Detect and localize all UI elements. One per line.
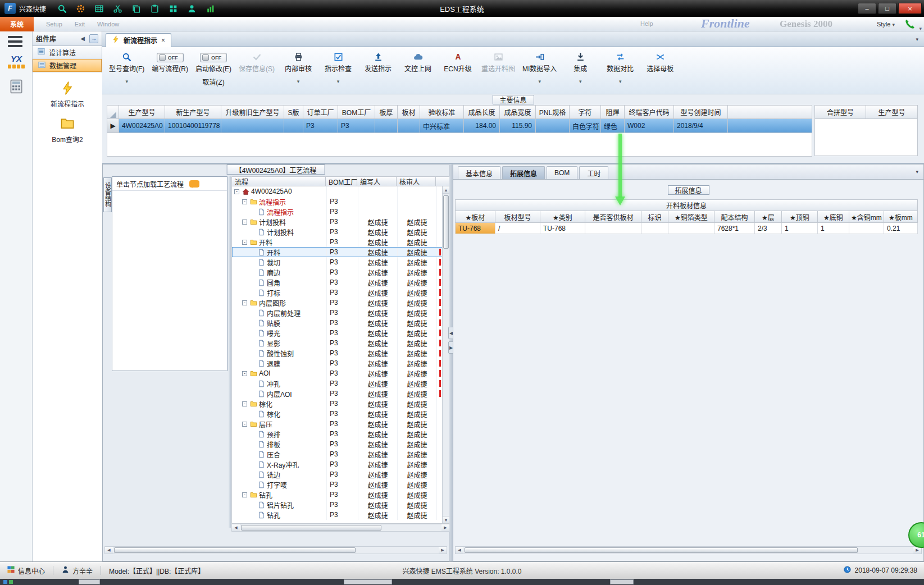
detail-column-header[interactable]: ★底铜 — [818, 211, 849, 223]
toolbar-button[interactable]: 内部审核 ▾ — [282, 51, 315, 84]
main-column-header[interactable]: 订单工厂 — [303, 105, 338, 119]
tab-device-structure[interactable]: 设备结构 — [103, 177, 112, 212]
detail-column-header[interactable]: 配本结构 — [714, 211, 755, 223]
tree-column-header[interactable]: BOM工厂 — [326, 176, 357, 186]
side-column-header[interactable]: 生产型号 — [866, 105, 918, 119]
main-column-header[interactable]: 成品宽度 — [500, 105, 536, 119]
toolbar-button[interactable]: 文控上网 — [402, 51, 434, 73]
toolbar-button[interactable]: 数据对比 ▾ — [604, 51, 636, 84]
tree-row[interactable]: 内层AOI P3 赵成捷 赵成捷 — [232, 389, 449, 399]
tree-collapse-icon[interactable]: - — [242, 199, 247, 204]
tree-row[interactable]: 流程指示 P3 — [232, 207, 449, 217]
dropdown-arrow-icon[interactable]: ▾ — [579, 79, 582, 84]
main-column-header[interactable]: 板厚 — [375, 105, 398, 119]
toolbar-button[interactable]: MI数据导入 ▾ — [522, 51, 557, 84]
tree-collapse-icon[interactable]: - — [234, 189, 239, 194]
toolbar-button[interactable]: 指示检查 ▾ — [322, 51, 354, 84]
sidebar-tool-新流程指示[interactable]: 新流程指示 — [33, 81, 102, 108]
tree-row-root[interactable]: - 4W002425A0 — [232, 186, 449, 196]
scroll-down-icon[interactable]: ▼ — [443, 516, 449, 523]
tree-row[interactable]: 排板 P3 赵成捷 赵成捷 — [232, 439, 449, 449]
gear-icon[interactable] — [74, 2, 87, 15]
chart-icon[interactable] — [203, 2, 217, 15]
tree-row[interactable]: -层压 P3 赵成捷 赵成捷 — [232, 419, 449, 429]
tabbar-dropdown-icon[interactable]: ▾ — [916, 36, 918, 42]
toolbar-toggle[interactable]: OFF 启动修改(E) 取消(Z) — [195, 51, 231, 86]
system-menu-tab[interactable]: 系统 — [0, 17, 34, 31]
tree-row[interactable]: 裁切 P3 赵成捷 赵成捷 — [232, 257, 449, 267]
inner-splitter[interactable] — [229, 176, 231, 528]
main-column-header[interactable]: 阻焊 — [601, 105, 625, 119]
main-column-header[interactable]: 升级前旧生产型号 — [221, 105, 284, 119]
detail-tab-工时[interactable]: 工时 — [579, 166, 608, 179]
sidebar-item-数据管理[interactable]: 数据管理 — [33, 59, 102, 72]
tree-row[interactable]: 酸性蚀刻 P3 赵成捷 赵成捷 — [232, 348, 449, 358]
user-icon[interactable] — [185, 2, 198, 15]
tree-column-header[interactable]: 编写人 — [357, 176, 397, 186]
detail-horizontal-scrollbar[interactable]: ◀ ▶ — [455, 546, 922, 554]
toolbar-button[interactable]: 发送指示 — [362, 51, 394, 73]
main-column-header[interactable]: BOM工厂 — [338, 105, 375, 119]
scroll-right-icon[interactable]: ▶ — [441, 524, 449, 531]
scrollbar-thumb[interactable] — [241, 525, 381, 531]
detail-column-header[interactable]: ★类别 — [540, 211, 585, 223]
tree-row[interactable]: 打标 P3 赵成捷 赵成捷 — [232, 287, 449, 298]
main-column-header[interactable]: S版 — [284, 105, 303, 119]
tree-row[interactable]: 贴膜 P3 赵成捷 赵成捷 — [232, 318, 449, 328]
tree-column-header[interactable]: 流程 — [231, 176, 326, 186]
toggle-switch[interactable]: OFF — [200, 53, 227, 62]
main-column-header[interactable]: PNL规格 — [536, 105, 570, 119]
detail-column-header[interactable]: 是否客供板材 — [585, 211, 641, 223]
tree-collapse-icon[interactable]: - — [242, 220, 247, 225]
toolbar-button[interactable]: 重选开料图 — [481, 51, 515, 73]
scrollbar-thumb[interactable] — [114, 547, 356, 553]
tree-row[interactable]: -内层图形 P3 赵成捷 赵成捷 — [232, 298, 449, 308]
tree-collapse-icon[interactable]: - — [242, 422, 247, 427]
main-table-row[interactable]: ▶4W002425A010010400119778P3P3中兴标准184.001… — [107, 119, 812, 133]
detail-column-header[interactable]: 标识 — [641, 211, 668, 223]
info-center-item[interactable]: 信息中心 — [7, 565, 45, 575]
toolbar-button[interactable]: 集成 ▾ — [564, 51, 597, 84]
dropdown-arrow-icon[interactable]: ▾ — [619, 79, 622, 84]
main-column-header[interactable]: 板材 — [398, 105, 420, 119]
minimize-button[interactable] — [858, 3, 876, 14]
dropdown-arrow-icon[interactable]: ▾ — [297, 79, 300, 84]
tree-row[interactable]: X-Ray冲孔 P3 赵成捷 赵成捷 — [232, 459, 449, 469]
scrollbar-thumb[interactable] — [443, 195, 449, 249]
toolbar-button[interactable]: 选择母板 — [644, 51, 676, 73]
panel-horizontal-scrollbar[interactable]: ◀ ▶ — [104, 546, 447, 554]
tree-row[interactable]: -钻孔 P3 赵成捷 赵成捷 — [232, 490, 449, 500]
phone-icon[interactable] — [904, 18, 916, 30]
side-column-header[interactable]: 合拼型号 — [814, 105, 866, 119]
tree-row[interactable]: 显影 P3 赵成捷 赵成捷 — [232, 338, 449, 348]
detail-column-header[interactable]: ★顶铜 — [782, 211, 818, 223]
scroll-up-icon[interactable]: ▲ — [443, 186, 449, 194]
tree-column-header[interactable]: 核审人 — [397, 176, 436, 186]
close-button[interactable] — [898, 3, 922, 14]
tree-horizontal-scrollbar[interactable]: ◀ ▶ — [231, 524, 450, 532]
grid-icon[interactable] — [166, 2, 180, 15]
style-selector[interactable]: Style ▾ — [877, 21, 895, 28]
scissors-icon[interactable] — [111, 2, 124, 15]
tab-new-process-instruction[interactable]: 新流程指示 × — [106, 33, 171, 47]
main-column-header[interactable]: 型号创建时间 — [674, 105, 728, 119]
tree-collapse-icon[interactable]: - — [242, 300, 247, 305]
detail-table-row[interactable]: TU-768/TU-7687628*12/3110.21 — [455, 223, 918, 234]
sidebar-forward-icon[interactable]: → — [89, 34, 98, 43]
detail-column-header[interactable]: ★板mm — [884, 211, 918, 223]
toolbar-sub-button[interactable]: 取消(Z) — [202, 77, 224, 86]
tree-row[interactable]: -开料 P3 赵成捷 赵成捷 — [232, 237, 449, 247]
detail-tab-拓展信息[interactable]: 拓展信息 — [502, 166, 545, 179]
detail-column-header[interactable]: ★板材 — [455, 211, 495, 223]
scroll-left-icon[interactable]: ◀ — [105, 547, 113, 554]
search-icon[interactable] — [55, 2, 69, 15]
tree-row[interactable]: 圆角 P3 赵成捷 赵成捷 — [232, 277, 449, 287]
toggle-switch[interactable]: OFF — [157, 53, 184, 62]
tree-row[interactable]: -棕化 P3 赵成捷 赵成捷 — [232, 399, 449, 409]
main-column-header[interactable]: 验收标准 — [420, 105, 464, 119]
scroll-left-icon[interactable]: ◀ — [232, 524, 240, 531]
tree-row[interactable]: 铝片钻孔 P3 赵成捷 赵成捷 — [232, 500, 449, 510]
tree-row[interactable]: -AOI P3 赵成捷 赵成捷 — [232, 368, 449, 378]
scrollbar-thumb[interactable] — [465, 547, 858, 553]
main-column-header[interactable]: 新生产型号 — [165, 105, 221, 119]
